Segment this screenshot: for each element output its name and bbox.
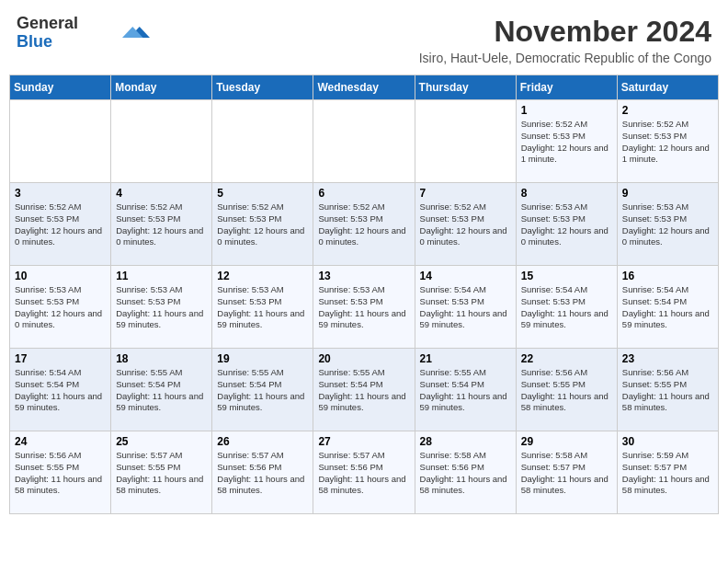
day-number: 13 xyxy=(318,270,409,282)
day-info: Sunrise: 5:53 AM Sunset: 5:53 PM Dayligh… xyxy=(622,201,713,248)
day-number: 25 xyxy=(116,435,207,448)
calendar-table: SundayMondayTuesdayWednesdayThursdayFrid… xyxy=(9,75,719,514)
day-number: 4 xyxy=(116,187,207,200)
day-cell xyxy=(212,100,313,183)
day-cell: 10Sunrise: 5:53 AM Sunset: 5:53 PM Dayli… xyxy=(10,266,111,349)
day-info: Sunrise: 5:57 AM Sunset: 5:56 PM Dayligh… xyxy=(217,450,308,497)
weekday-header-sunday: Sunday xyxy=(10,75,111,100)
week-row-5: 24Sunrise: 5:56 AM Sunset: 5:55 PM Dayli… xyxy=(10,431,719,514)
day-cell: 17Sunrise: 5:54 AM Sunset: 5:54 PM Dayli… xyxy=(10,349,111,431)
day-info: Sunrise: 5:54 AM Sunset: 5:53 PM Dayligh… xyxy=(420,284,511,331)
day-info: Sunrise: 5:55 AM Sunset: 5:54 PM Dayligh… xyxy=(420,367,511,414)
day-number: 22 xyxy=(521,352,612,365)
day-info: Sunrise: 5:55 AM Sunset: 5:54 PM Dayligh… xyxy=(217,367,308,414)
day-info: Sunrise: 5:52 AM Sunset: 5:53 PM Dayligh… xyxy=(15,201,106,248)
day-info: Sunrise: 5:53 AM Sunset: 5:53 PM Dayligh… xyxy=(217,284,308,331)
week-row-2: 3Sunrise: 5:52 AM Sunset: 5:53 PM Daylig… xyxy=(10,183,719,266)
day-info: Sunrise: 5:54 AM Sunset: 5:54 PM Dayligh… xyxy=(622,284,713,331)
day-cell: 16Sunrise: 5:54 AM Sunset: 5:54 PM Dayli… xyxy=(617,266,718,349)
day-number: 7 xyxy=(420,187,511,200)
day-cell: 5Sunrise: 5:52 AM Sunset: 5:53 PM Daylig… xyxy=(212,183,313,266)
day-cell: 20Sunrise: 5:55 AM Sunset: 5:54 PM Dayli… xyxy=(313,349,415,431)
day-cell: 19Sunrise: 5:55 AM Sunset: 5:54 PM Dayli… xyxy=(212,349,313,431)
day-cell: 4Sunrise: 5:52 AM Sunset: 5:53 PM Daylig… xyxy=(111,183,212,266)
day-info: Sunrise: 5:54 AM Sunset: 5:54 PM Dayligh… xyxy=(15,367,106,414)
location-title: Isiro, Haut-Uele, Democratic Republic of… xyxy=(419,51,711,65)
day-info: Sunrise: 5:52 AM Sunset: 5:53 PM Dayligh… xyxy=(420,201,511,248)
day-cell: 14Sunrise: 5:54 AM Sunset: 5:53 PM Dayli… xyxy=(415,266,516,349)
month-title: November 2024 xyxy=(419,15,711,49)
day-number: 23 xyxy=(622,352,713,365)
day-info: Sunrise: 5:53 AM Sunset: 5:53 PM Dayligh… xyxy=(521,201,612,248)
day-number: 6 xyxy=(318,187,409,200)
day-number: 24 xyxy=(15,435,106,448)
day-info: Sunrise: 5:55 AM Sunset: 5:54 PM Dayligh… xyxy=(318,367,409,414)
weekday-header-row: SundayMondayTuesdayWednesdayThursdayFrid… xyxy=(10,75,719,100)
day-cell: 7Sunrise: 5:52 AM Sunset: 5:53 PM Daylig… xyxy=(415,183,516,266)
day-cell: 12Sunrise: 5:53 AM Sunset: 5:53 PM Dayli… xyxy=(212,266,313,349)
logo: General Blue xyxy=(17,15,150,52)
day-info: Sunrise: 5:56 AM Sunset: 5:55 PM Dayligh… xyxy=(521,367,612,414)
day-cell: 27Sunrise: 5:57 AM Sunset: 5:56 PM Dayli… xyxy=(313,431,415,514)
day-info: Sunrise: 5:55 AM Sunset: 5:54 PM Dayligh… xyxy=(116,367,207,414)
weekday-header-monday: Monday xyxy=(111,75,212,100)
day-cell: 8Sunrise: 5:53 AM Sunset: 5:53 PM Daylig… xyxy=(516,183,617,266)
day-cell xyxy=(10,100,111,183)
day-info: Sunrise: 5:58 AM Sunset: 5:57 PM Dayligh… xyxy=(521,450,612,497)
day-info: Sunrise: 5:56 AM Sunset: 5:55 PM Dayligh… xyxy=(622,367,713,414)
day-info: Sunrise: 5:52 AM Sunset: 5:53 PM Dayligh… xyxy=(622,119,713,166)
day-cell: 23Sunrise: 5:56 AM Sunset: 5:55 PM Dayli… xyxy=(617,349,718,431)
week-row-3: 10Sunrise: 5:53 AM Sunset: 5:53 PM Dayli… xyxy=(10,266,719,349)
day-number: 11 xyxy=(116,270,207,282)
weekday-header-friday: Friday xyxy=(516,75,617,100)
day-cell: 2Sunrise: 5:52 AM Sunset: 5:53 PM Daylig… xyxy=(617,100,718,183)
day-cell: 15Sunrise: 5:54 AM Sunset: 5:53 PM Dayli… xyxy=(516,266,617,349)
day-number: 20 xyxy=(318,352,409,365)
day-cell: 9Sunrise: 5:53 AM Sunset: 5:53 PM Daylig… xyxy=(617,183,718,266)
day-number: 19 xyxy=(217,352,308,365)
day-cell xyxy=(313,100,415,183)
day-number: 10 xyxy=(15,270,106,282)
day-cell: 21Sunrise: 5:55 AM Sunset: 5:54 PM Dayli… xyxy=(415,349,516,431)
day-cell: 30Sunrise: 5:59 AM Sunset: 5:57 PM Dayli… xyxy=(617,431,718,514)
day-number: 15 xyxy=(521,270,612,282)
day-info: Sunrise: 5:53 AM Sunset: 5:53 PM Dayligh… xyxy=(116,284,207,331)
day-number: 12 xyxy=(217,270,308,282)
day-info: Sunrise: 5:52 AM Sunset: 5:53 PM Dayligh… xyxy=(217,201,308,248)
day-number: 17 xyxy=(15,352,106,365)
day-cell: 18Sunrise: 5:55 AM Sunset: 5:54 PM Dayli… xyxy=(111,349,212,431)
day-info: Sunrise: 5:53 AM Sunset: 5:53 PM Dayligh… xyxy=(15,284,106,331)
day-number: 21 xyxy=(420,352,511,365)
day-info: Sunrise: 5:54 AM Sunset: 5:53 PM Dayligh… xyxy=(521,284,612,331)
day-cell: 3Sunrise: 5:52 AM Sunset: 5:53 PM Daylig… xyxy=(10,183,111,266)
day-number: 27 xyxy=(318,435,409,448)
day-cell: 22Sunrise: 5:56 AM Sunset: 5:55 PM Dayli… xyxy=(516,349,617,431)
day-number: 14 xyxy=(420,270,511,282)
day-number: 8 xyxy=(521,187,612,200)
day-cell: 26Sunrise: 5:57 AM Sunset: 5:56 PM Dayli… xyxy=(212,431,313,514)
page-header: General Blue November 2024 Isiro, Haut-U… xyxy=(9,9,719,71)
day-cell xyxy=(415,100,516,183)
weekday-header-thursday: Thursday xyxy=(415,75,516,100)
day-number: 5 xyxy=(217,187,308,200)
day-info: Sunrise: 5:52 AM Sunset: 5:53 PM Dayligh… xyxy=(116,201,207,248)
weekday-header-saturday: Saturday xyxy=(617,75,718,100)
day-number: 16 xyxy=(622,270,713,282)
day-cell: 28Sunrise: 5:58 AM Sunset: 5:56 PM Dayli… xyxy=(415,431,516,514)
day-info: Sunrise: 5:57 AM Sunset: 5:55 PM Dayligh… xyxy=(116,450,207,497)
day-cell: 25Sunrise: 5:57 AM Sunset: 5:55 PM Dayli… xyxy=(111,431,212,514)
day-cell xyxy=(111,100,212,183)
weekday-header-wednesday: Wednesday xyxy=(313,75,415,100)
day-number: 28 xyxy=(420,435,511,448)
day-number: 1 xyxy=(521,104,612,117)
day-cell: 11Sunrise: 5:53 AM Sunset: 5:53 PM Dayli… xyxy=(111,266,212,349)
day-info: Sunrise: 5:53 AM Sunset: 5:53 PM Dayligh… xyxy=(318,284,409,331)
day-info: Sunrise: 5:52 AM Sunset: 5:53 PM Dayligh… xyxy=(318,201,409,248)
weekday-header-tuesday: Tuesday xyxy=(212,75,313,100)
day-number: 3 xyxy=(15,187,106,200)
title-section: November 2024 Isiro, Haut-Uele, Democrat… xyxy=(419,15,711,65)
logo-icon xyxy=(122,24,150,40)
day-info: Sunrise: 5:58 AM Sunset: 5:56 PM Dayligh… xyxy=(420,450,511,497)
day-number: 2 xyxy=(622,104,713,117)
day-cell: 29Sunrise: 5:58 AM Sunset: 5:57 PM Dayli… xyxy=(516,431,617,514)
